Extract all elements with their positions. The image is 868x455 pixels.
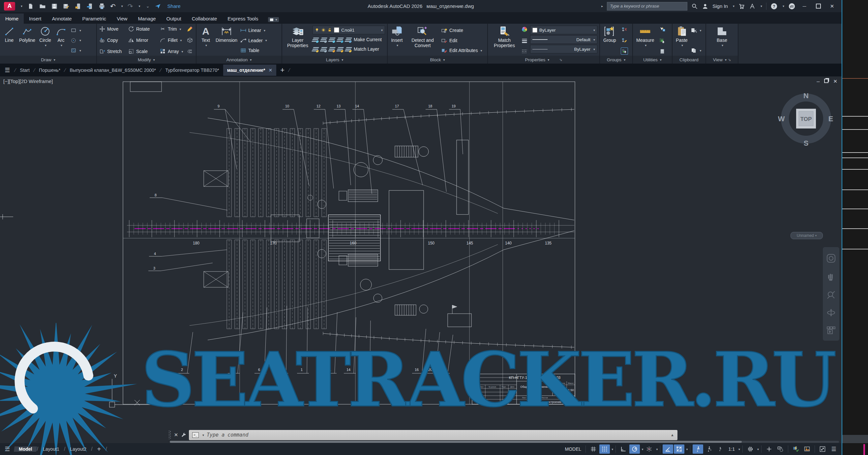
cart-icon[interactable] (739, 3, 745, 9)
layout-tab-layout1[interactable]: Layout1 (38, 447, 64, 452)
polyline-button[interactable]: Polyline (18, 25, 37, 56)
autodesk-dropdown-icon[interactable]: ▾ (761, 4, 762, 8)
layer-select[interactable]: Слой1 ▾ (312, 26, 385, 34)
file-tab-porshen[interactable]: Поршень* (35, 65, 64, 76)
save-icon[interactable] (51, 3, 58, 10)
block-create-button[interactable]: Create (441, 26, 482, 35)
copy-button[interactable]: Copy (99, 36, 127, 44)
panel-block-footer[interactable]: Block▾ (388, 56, 487, 64)
polar-dropdown-icon[interactable]: ▾ (642, 447, 643, 451)
ungroup-icon[interactable] (621, 26, 628, 33)
help-icon[interactable]: ? (770, 3, 778, 10)
layer-freeze2-icon[interactable] (328, 38, 336, 42)
scale-button[interactable]: Scale (128, 47, 158, 56)
panel-utilities-footer[interactable]: Utilities▾ (633, 56, 672, 64)
quick-calculator-icon[interactable] (659, 48, 665, 55)
search-expand-icon[interactable]: ▸ (601, 4, 603, 8)
file-tab-start[interactable]: Start (16, 65, 34, 76)
tab-insert[interactable]: Insert (24, 13, 47, 24)
erase-button[interactable] (187, 25, 193, 33)
ellipse-button[interactable]: ▾ (70, 36, 81, 45)
paste-button[interactable]: Paste▾ (675, 25, 689, 56)
drawing-minimize-icon[interactable]: ─ (816, 79, 819, 84)
match-properties-button[interactable]: Match Properties (490, 25, 519, 56)
match-layer-button[interactable]: Match Layer (354, 45, 379, 53)
select-similar-icon[interactable] (659, 37, 665, 44)
layer-match-icon[interactable] (320, 47, 328, 52)
layer-dropdown-icon[interactable]: ▾ (381, 28, 383, 32)
autodesk-icon[interactable] (749, 3, 755, 9)
rotate-button[interactable]: Rotate (128, 25, 158, 33)
help-dropdown-icon[interactable]: ▾ (783, 4, 784, 8)
redo-dropdown-icon[interactable]: ▾ (139, 4, 141, 8)
view-dialog-launcher[interactable]: ⇘ (728, 58, 731, 62)
layout-menu-icon[interactable]: ☰ (0, 446, 14, 453)
tab-manage[interactable]: Manage (132, 13, 161, 24)
layer-on-icon[interactable] (315, 28, 319, 32)
rectangle-button[interactable]: ▾ (70, 26, 81, 35)
navigation-bar[interactable] (823, 247, 839, 341)
layer-properties-button[interactable]: Layer Properties (284, 25, 311, 56)
panel-properties-footer[interactable]: Properties▾⇘ (488, 56, 599, 64)
stretch-button[interactable]: Stretch (99, 47, 127, 56)
arc-button[interactable]: Arc▾ (54, 25, 68, 56)
file-tabs-menu-icon[interactable]: ☰ (0, 67, 14, 74)
viewcube[interactable]: TOP N W E S (778, 92, 834, 148)
clean-screen-button[interactable] (802, 445, 812, 454)
tab-view[interactable]: View (112, 13, 132, 24)
search-icon[interactable] (691, 3, 698, 9)
autocad-logo-icon[interactable]: A (4, 2, 15, 10)
properties-dialog-launcher[interactable]: ⇘ (559, 58, 562, 62)
tab-annotate[interactable]: Annotate (47, 13, 77, 24)
command-history-dropdown-icon[interactable]: ▾ (203, 433, 204, 437)
array-button[interactable]: Array▾ (160, 47, 185, 56)
undo-icon[interactable]: ↶ (110, 2, 116, 10)
grid-toggle[interactable] (588, 445, 599, 454)
file-tab-klapan[interactable]: Выпускной клапан_B&W_6S50MC 2000* (66, 65, 160, 76)
customization-menu-icon[interactable]: ☰ (829, 445, 839, 454)
app-menu-dropdown-icon[interactable]: ▾ (21, 4, 23, 8)
object-snap-toggle[interactable] (674, 445, 684, 454)
new-file-icon[interactable] (27, 3, 34, 10)
share-label[interactable]: Share (167, 3, 181, 9)
osnap-dropdown-icon[interactable]: ▾ (686, 447, 688, 451)
drawing-canvas[interactable]: 1801701601501451401359101213141718192765… (0, 76, 842, 443)
panel-layers-footer[interactable]: Layers▾ (282, 56, 387, 64)
search-input[interactable] (607, 2, 687, 10)
annotation-scale-value[interactable]: 1:1 (726, 447, 737, 452)
tab-home[interactable]: Home (0, 13, 24, 24)
drawing-restore-icon[interactable] (824, 79, 829, 84)
leader-button[interactable]: Leader▾ (240, 36, 267, 45)
layer-isolate-icon[interactable] (312, 38, 319, 42)
cut-button[interactable]: ▾ (691, 26, 701, 35)
tab-close-icon[interactable]: ✕ (269, 68, 273, 73)
tab-output[interactable]: Output (161, 13, 187, 24)
scrollbar-thumb[interactable] (170, 441, 742, 443)
circle-button[interactable]: Circle▾ (38, 25, 53, 56)
layer-thaw-icon[interactable] (328, 47, 336, 52)
quick-select-icon[interactable] (659, 26, 665, 33)
edit-attributes-button[interactable]: Edit Attributes▾ (441, 46, 482, 55)
annotation-visibility-toggle[interactable] (693, 445, 703, 454)
user-icon[interactable] (702, 3, 708, 9)
block-edit-button[interactable]: Edit (441, 36, 482, 45)
undo-dropdown-icon[interactable]: ▾ (121, 4, 123, 8)
explode-button[interactable] (187, 36, 193, 44)
linetype-select[interactable]: ByLayer▾ (530, 45, 597, 53)
panel-groups-footer[interactable]: Groups▾ (600, 56, 632, 64)
annotation-monitor-toggle[interactable] (764, 445, 774, 454)
layer-unisolate-icon[interactable] (320, 38, 328, 42)
tab-parametric[interactable]: Parametric (77, 13, 112, 24)
save-as-icon[interactable] (63, 3, 70, 10)
share-plane-icon[interactable] (154, 3, 161, 10)
annotation-scale-icon[interactable] (715, 445, 725, 454)
file-tab-mash-otdelenie[interactable]: маш_отделение* ✕ (223, 65, 277, 76)
copy-clip-button[interactable]: ▾ (691, 46, 701, 55)
text-button[interactable]: A Text▾ (198, 25, 213, 56)
redo-icon[interactable]: ↷ (128, 2, 133, 10)
detect-convert-button[interactable]: Detect and Convert (405, 25, 440, 56)
annotation-scale-dropdown-icon[interactable]: ▾ (739, 447, 740, 451)
layer-color-swatch[interactable] (334, 27, 339, 33)
new-layout-button[interactable]: + (93, 446, 106, 453)
maximize-button[interactable] (813, 3, 823, 10)
